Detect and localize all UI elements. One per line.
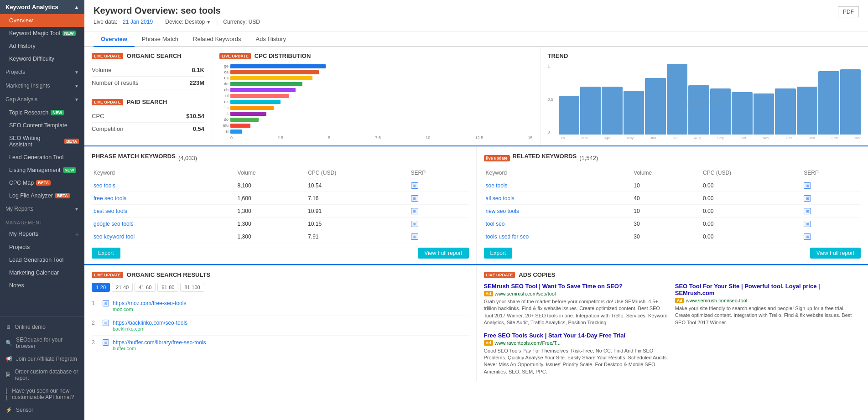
sidebar-item-lead-generation[interactable]: Lead Generation Tool xyxy=(0,151,84,164)
related-keywords-view-full-btn[interactable]: View Full report xyxy=(810,248,861,259)
result-icon: ⊞ xyxy=(103,320,109,326)
sidebar-section-marketing-insights[interactable]: Marketing Insights ▼ xyxy=(0,79,84,93)
table-row: soe tools 10 0.00 ⊞ xyxy=(484,179,861,192)
sidebar-item-log-file-analyzer[interactable]: Log File Analyzer BETA xyxy=(0,189,84,202)
pdf-button[interactable]: PDF xyxy=(838,6,859,17)
tab-related-keywords[interactable]: Related Keywords xyxy=(186,32,249,47)
sidebar-item-lead-gen-mgmt[interactable]: Lead Generation Tool xyxy=(0,254,84,266)
keyword-link[interactable]: tool seo xyxy=(486,221,505,227)
ad-title[interactable]: SEMrush SEO Tool | Want To Save Time on … xyxy=(484,283,670,290)
serp-icon[interactable]: ⊞ xyxy=(411,221,418,227)
sidebar-bottom-api[interactable]: { } Have you seen our new customizable A… xyxy=(0,384,84,404)
keyword-link[interactable]: best seo tools xyxy=(94,208,127,214)
result-url-link[interactable]: https://moz.com/free-seo-tools xyxy=(113,300,186,306)
keyword-link[interactable]: free seo tools xyxy=(94,195,126,202)
serp-icon[interactable]: ⊞ xyxy=(411,195,418,202)
sidebar: Keyword Analytics ▲ Overview Keyword Mag… xyxy=(0,0,84,420)
sidebar-section-projects[interactable]: Projects ▼ xyxy=(0,65,84,79)
keyword-link[interactable]: google seo tools xyxy=(94,221,133,227)
page-btn-81-100[interactable]: 81-100 xyxy=(180,283,204,292)
serp-icon[interactable]: ⊞ xyxy=(804,221,811,227)
sidebar-item-overview[interactable]: Overview xyxy=(0,14,84,27)
device-dropdown[interactable]: Device: Desktop ▼ xyxy=(165,19,211,25)
sidebar-item-my-reports-mgmt[interactable]: My Reports + xyxy=(0,227,84,241)
sidebar-item-keyword-difficulty[interactable]: Keyword Difficulty xyxy=(0,52,84,65)
serp-icon[interactable]: ⊞ xyxy=(804,182,811,189)
sidebar-item-seo-writing-assistant[interactable]: SEO Writing Assistant BETA xyxy=(0,132,84,151)
phrase-match-view-full-btn[interactable]: View Full report xyxy=(418,248,468,259)
serp-icon[interactable]: ⊞ xyxy=(804,233,811,240)
section-label: Marketing Insights xyxy=(5,83,50,89)
serp-icon[interactable]: ⊞ xyxy=(411,208,418,214)
sidebar-bottom-seoquake[interactable]: 🔍 SEOquake for your browser xyxy=(0,333,84,353)
page-btn-21-40[interactable]: 21-40 xyxy=(112,283,133,292)
sidebar-item-listing-management[interactable]: Listing Management NEW xyxy=(0,164,84,176)
top-panels: live update ORGANIC SEARCH Volume 8.1K N… xyxy=(84,47,868,146)
sidebar-item-cpc-map[interactable]: CPC Map BETA xyxy=(0,176,84,189)
serp-icon[interactable]: ⊞ xyxy=(804,208,811,214)
ad-title[interactable]: SEO Tool For Your Site | Powerful tool. … xyxy=(675,283,861,296)
sidebar-item-topic-research[interactable]: Topic Research NEW xyxy=(0,106,84,119)
sidebar-section-my-reports[interactable]: My Reports ▼ xyxy=(0,202,84,216)
volume-cell: 40 xyxy=(632,192,701,205)
ad-badge: Ad xyxy=(484,291,493,296)
section-label: Gap Analysis xyxy=(5,96,37,103)
chevron-down-icon: ▼ xyxy=(74,207,79,212)
sidebar-item-seo-content-template[interactable]: SEO Content Template xyxy=(0,119,84,132)
ad-badge: Ad xyxy=(484,340,493,346)
sidebar-item-marketing-calendar[interactable]: Marketing Calendar xyxy=(0,266,84,279)
result-domain: buffer.com xyxy=(113,346,206,351)
keyword-link[interactable]: seo tools xyxy=(94,182,115,189)
cpc-cell: 7.16 xyxy=(306,192,409,205)
add-icon[interactable]: + xyxy=(75,230,79,238)
sidebar-item-label: Notes xyxy=(9,282,24,289)
sidebar-bottom-online-demo[interactable]: 🖥 Online demo xyxy=(0,321,84,333)
serp-icon[interactable]: ⊞ xyxy=(804,195,811,202)
serp-icon[interactable]: ⊞ xyxy=(411,182,418,189)
sidebar-section-gap-analysis[interactable]: Gap Analysis ▼ xyxy=(0,93,84,106)
serp-cell: ⊞ xyxy=(802,179,861,192)
cpc-bar-label: si xyxy=(219,129,229,134)
sensor-icon: ⚡ xyxy=(5,407,12,413)
table-row: google seo tools 1,300 10.15 ⊞ xyxy=(92,218,469,230)
sidebar-section-keyword-analytics[interactable]: Keyword Analytics ▲ xyxy=(0,0,84,14)
volume-cell: 8,100 xyxy=(236,179,307,192)
tab-phrase-match[interactable]: Phrase Match xyxy=(135,32,186,47)
tab-overview[interactable]: Overview xyxy=(94,32,135,47)
trend-bar xyxy=(559,96,579,135)
cpc-bar-label: mu xyxy=(219,123,229,128)
trend-bar xyxy=(624,91,644,135)
sidebar-item-ad-history[interactable]: Ad History xyxy=(0,40,84,52)
phrase-match-export-btn[interactable]: Export xyxy=(92,248,120,259)
serp-icon[interactable]: ⊞ xyxy=(411,233,418,240)
trend-bar xyxy=(602,87,622,135)
cpc-cell: 10.54 xyxy=(306,179,409,192)
sidebar-bottom-affiliate[interactable]: 📢 Join our Affiliate Program xyxy=(0,353,84,365)
result-domain: moz.com xyxy=(113,306,186,312)
cpc-bar-label: nl xyxy=(219,93,229,98)
sidebar-bottom-sensor[interactable]: ⚡ Sensor xyxy=(0,404,84,416)
keyword-link[interactable]: all seo tools xyxy=(486,195,515,202)
trend-x-label: Jan xyxy=(809,136,815,140)
label: Online demo xyxy=(15,324,46,330)
keyword-link[interactable]: tools used for seo xyxy=(486,233,529,240)
keyword-link[interactable]: new seo tools xyxy=(486,208,519,214)
keyword-link[interactable]: soe tools xyxy=(486,182,508,189)
col-keyword: Keyword xyxy=(484,167,632,179)
live-date-link[interactable]: 21 Jan 2019 xyxy=(123,19,153,25)
tab-ads-history[interactable]: Ads History xyxy=(249,32,293,47)
organic-result-item: 3 ⊞ https://buffer.com/library/free-seo-… xyxy=(92,336,469,355)
page-btn-41-60[interactable]: 41-60 xyxy=(135,283,156,292)
page-btn-61-80[interactable]: 61-80 xyxy=(157,283,178,292)
sidebar-bottom-custom-db[interactable]: 🗄 Order custom database or report xyxy=(0,365,84,384)
ad-title[interactable]: Free SEO Tools Suck | Start Your 14-Day … xyxy=(484,332,670,339)
sidebar-item-projects-mgmt[interactable]: Projects xyxy=(0,241,84,254)
sidebar-item-keyword-magic[interactable]: Keyword Magic Tool NEW xyxy=(0,27,84,40)
keyword-link[interactable]: seo keyword tool xyxy=(94,233,135,240)
table-row: seo keyword tool 1,300 7.91 ⊞ xyxy=(92,230,469,243)
related-keywords-export-btn[interactable]: Export xyxy=(484,248,513,259)
result-url-link[interactable]: https://backlinko.com/seo-tools xyxy=(113,320,187,326)
sidebar-item-notes[interactable]: Notes xyxy=(0,279,84,292)
page-btn-1-20[interactable]: 1-20 xyxy=(92,283,110,292)
result-url-link[interactable]: https://buffer.com/library/free-seo-tool… xyxy=(113,339,206,346)
